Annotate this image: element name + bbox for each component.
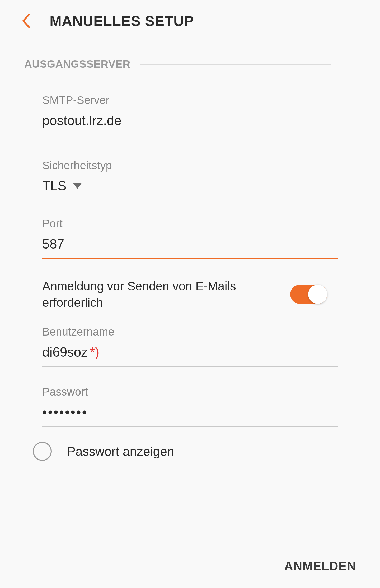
footer: ANMELDEN [0,544,380,588]
security-field-group: Sicherheitstyp TLS [42,159,338,194]
back-icon[interactable] [21,13,31,28]
port-input-wrap[interactable]: 587 [42,236,338,259]
security-select[interactable]: TLS [42,178,338,194]
submit-button[interactable]: ANMELDEN [284,559,356,573]
port-label: Port [42,217,338,230]
security-label: Sicherheitstyp [42,159,338,172]
username-input-wrap[interactable]: di69soz *) [42,344,338,367]
password-input-wrap[interactable]: •••••••• [42,405,338,427]
show-password-row[interactable]: Passwort anzeigen [33,442,338,461]
username-note: *) [90,344,99,360]
chevron-down-icon [73,183,82,189]
password-field-group: Passwort •••••••• [42,385,338,427]
page-title: MANUELLES SETUP [50,13,194,29]
smtp-label: SMTP-Server [42,94,338,107]
smtp-field-group: SMTP-Server [42,94,338,135]
text-cursor [65,237,65,251]
auth-toggle[interactable] [290,285,327,304]
password-label: Passwort [42,385,338,398]
app-header: MANUELLES SETUP [0,0,380,42]
auth-toggle-label: Anmeldung vor Senden von E-Mails erforde… [42,278,290,311]
port-field-group: Port 587 [42,217,338,259]
show-password-radio[interactable] [33,442,52,461]
username-input[interactable]: di69soz [42,344,88,360]
security-value: TLS [42,178,67,194]
smtp-input-wrap[interactable] [42,113,338,135]
auth-toggle-row: Anmeldung vor Senden von E-Mails erforde… [42,278,338,311]
svg-marker-0 [73,183,82,189]
port-input[interactable]: 587 [42,236,64,252]
section-divider [140,64,331,65]
show-password-label: Passwort anzeigen [67,444,174,459]
smtp-input[interactable] [42,113,338,128]
username-field-group: Benutzername di69soz *) [42,325,338,367]
section-title: AUSGANGSSERVER [24,58,130,70]
password-input[interactable]: •••••••• [42,405,88,420]
section-header: AUSGANGSSERVER [0,42,380,70]
toggle-knob [308,285,327,304]
username-label: Benutzername [42,325,338,338]
